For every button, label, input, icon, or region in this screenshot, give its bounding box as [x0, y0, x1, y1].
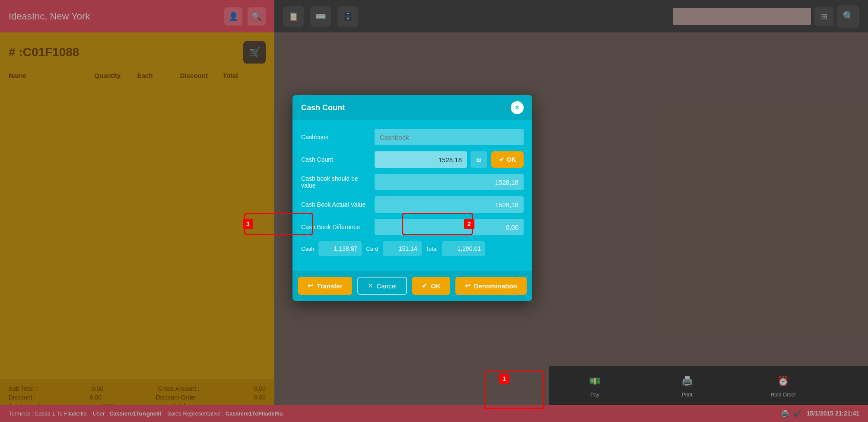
transfer-label: Transfer — [317, 282, 342, 290]
card-value-input — [383, 241, 422, 256]
cashbook-actual-row: Cash Book Actual Value — [301, 196, 524, 213]
cash-value-input — [318, 241, 362, 256]
card-label: Card — [366, 246, 378, 252]
cashbook-row: Cashbook — [301, 129, 524, 145]
modal-header: Cash Count × — [293, 95, 532, 120]
cash-count-ok-btn[interactable]: ✔ OK — [491, 151, 524, 168]
btn-ok-label: OK — [431, 282, 441, 290]
cashbook-should-row: Cash book should be value — [301, 174, 524, 190]
cash-count-modal: Cash Count × Cashbook Cash Count ⊞ ✔ OK — [293, 95, 532, 301]
transfer-icon: ↩ — [308, 282, 313, 290]
badge-2: 2 — [464, 219, 474, 229]
cashbook-diff-label: Cash Book Difference — [301, 224, 370, 230]
badge-3: 3 — [243, 219, 253, 229]
cashbook-label: Cashbook — [301, 134, 370, 141]
cashbook-actual-label: Cash Book Actual Value — [301, 201, 370, 208]
cash-label: Cash — [301, 246, 314, 252]
denomination-label: Denomination — [474, 282, 517, 290]
cash-count-label: Cash Count — [301, 156, 370, 163]
numpad-btn[interactable]: ⊞ — [471, 151, 487, 168]
cashbook-should-label: Cash book should be value — [301, 175, 370, 189]
cashbook-actual-input — [375, 196, 524, 213]
ok-label: OK — [507, 156, 516, 163]
modal-title: Cash Count — [301, 103, 345, 112]
denomination-icon: ↩ — [465, 282, 471, 290]
cashbook-diff-row: Cash Book Difference — [301, 219, 524, 235]
cancel-label: Cancel — [377, 282, 397, 290]
ok-checkmark-icon: ✔ — [499, 156, 504, 163]
cashbook-diff-input — [375, 219, 524, 235]
cancel-icon: ✕ — [368, 282, 373, 290]
cash-count-input[interactable] — [375, 151, 467, 168]
modal-footer: ↩ Transfer ✕ Cancel ✔ OK ↩ Denomination — [293, 271, 532, 301]
total-label: Total — [426, 246, 438, 252]
cashbook-input[interactable] — [375, 129, 524, 145]
modal-overlay: Cash Count × Cashbook Cash Count ⊞ ✔ OK — [0, 0, 868, 422]
modal-close-btn[interactable]: × — [511, 101, 524, 114]
cancel-btn[interactable]: ✕ Cancel — [357, 277, 407, 295]
modal-body: Cashbook Cash Count ⊞ ✔ OK Cash book sho… — [293, 120, 532, 271]
total-value-input — [442, 241, 485, 256]
ok-icon: ✔ — [422, 282, 427, 290]
cash-count-input-group: ⊞ — [375, 151, 487, 168]
cash-count-row: Cash Count ⊞ ✔ OK — [301, 151, 524, 168]
badge-1: 1 — [499, 374, 509, 384]
summary-row: Cash Card Total — [301, 241, 524, 256]
ok-btn[interactable]: ✔ OK — [412, 277, 450, 295]
cashbook-should-input — [375, 174, 524, 190]
transfer-btn[interactable]: ↩ Transfer — [298, 277, 352, 295]
denomination-btn[interactable]: ↩ Denomination — [455, 277, 527, 295]
